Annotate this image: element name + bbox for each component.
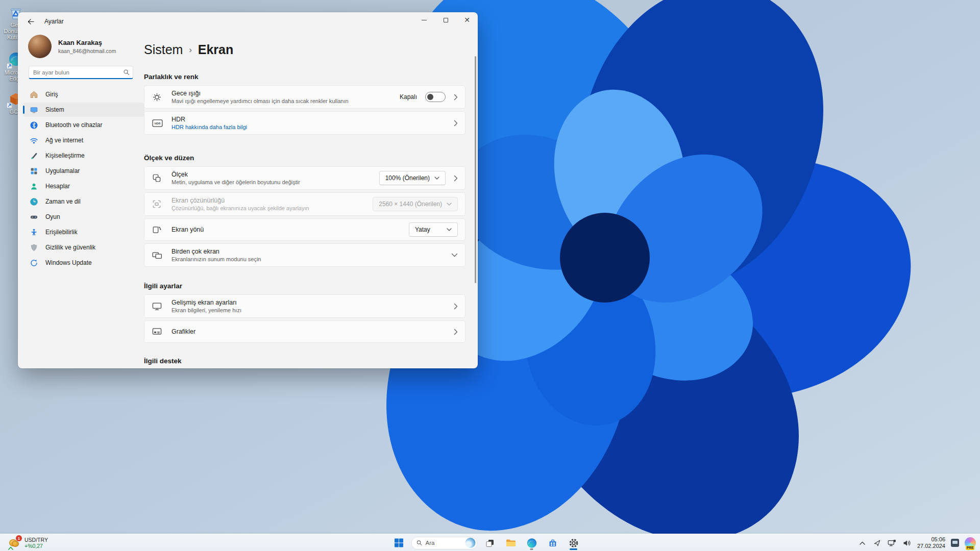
sidebar-item-privacy[interactable]: Gizlilik ve güvenlik	[23, 240, 144, 255]
widgets-pair-label: USD/TRY	[24, 537, 48, 543]
volume-tray-icon[interactable]	[902, 537, 912, 548]
sidebar-nav: Giriş Sistem Bluetooth ve cihazlar Ağ ve…	[23, 87, 144, 271]
section-heading-related-settings: İlgili ayarlar	[144, 282, 475, 291]
apps-icon	[30, 167, 38, 176]
sidebar-item-time-language[interactable]: Zaman ve dil	[23, 194, 144, 209]
row-title: Gelişmiş ekran ayarları	[172, 299, 241, 306]
settings-search[interactable]	[29, 66, 133, 79]
sidebar-item-personalization[interactable]: Kişiselleştirme	[23, 148, 144, 163]
row-subtitle: Ekranlarınızın sunum modunu seçin	[172, 256, 261, 262]
network-tray-icon[interactable]	[888, 537, 897, 548]
shortcut-arrow-icon	[7, 103, 12, 108]
task-view-icon	[485, 538, 495, 548]
night-light-icon	[152, 92, 164, 102]
row-multiple-displays[interactable]: Birden çok ekran Ekranlarınızın sunum mo…	[144, 243, 465, 267]
sidebar-item-accessibility[interactable]: Erişilebilirlik	[23, 225, 144, 239]
clock-icon	[30, 197, 38, 206]
orientation-value: Yatay	[415, 226, 430, 233]
hidden-icons-chevron[interactable]	[858, 537, 867, 548]
person-icon	[30, 182, 38, 191]
desktop: Geri Dönüşüm Kutusu Microsoft Edge	[0, 0, 980, 551]
minimize-button[interactable]	[413, 12, 435, 28]
row-night-light[interactable]: Gece ışığı Mavi ışığı engellemeye yardım…	[144, 85, 465, 109]
row-title: Gece ışığı	[172, 90, 349, 97]
search-icon	[123, 69, 130, 76]
windows-logo-icon	[394, 538, 403, 547]
copilot-button[interactable]: PRE	[965, 537, 976, 548]
maximize-button[interactable]	[435, 12, 456, 28]
sidebar-item-network[interactable]: Ağ ve internet	[23, 133, 144, 147]
tray-app-icon[interactable]	[951, 539, 959, 547]
scale-icon	[152, 173, 164, 183]
row-title: Ekran yönü	[172, 226, 204, 233]
location-arrow-icon	[873, 539, 881, 547]
account-card[interactable]: Kaan Karakaş kaan_846@hotmail.com	[28, 35, 116, 58]
row-title: Ekran çözünürlüğü	[172, 197, 309, 204]
close-button[interactable]: ✕	[456, 12, 478, 28]
section-heading-scale-layout: Ölçek ve düzen	[144, 154, 475, 163]
start-button[interactable]	[390, 535, 407, 550]
resolution-value: 2560 × 1440 (Önerilen)	[379, 201, 442, 208]
breadcrumb: Sistem › Ekran	[144, 41, 475, 58]
taskbar: 1 USD/TRY +%0,27 Ara	[0, 534, 980, 551]
paintbrush-icon	[30, 152, 38, 160]
shield-icon	[30, 243, 38, 252]
sidebar-item-gaming[interactable]: Oyun	[23, 210, 144, 224]
night-light-toggle[interactable]	[425, 92, 446, 102]
row-scale[interactable]: Ölçek Metin, uygulama ve diğer öğelerin …	[144, 166, 465, 190]
sidebar-item-system[interactable]: Sistem	[23, 103, 144, 117]
row-graphics[interactable]: Grafikler	[144, 320, 465, 343]
hdr-icon: HDR	[152, 118, 164, 128]
edge-button[interactable]	[523, 535, 540, 550]
trend-up-icon	[8, 546, 13, 550]
svg-text:HDR: HDR	[155, 122, 161, 125]
back-button[interactable]	[22, 15, 39, 28]
account-email: kaan_846@hotmail.com	[58, 48, 116, 54]
taskbar-search[interactable]: Ara	[411, 537, 477, 549]
widgets-button[interactable]: 1 USD/TRY +%0,27	[5, 536, 51, 550]
sidebar-item-windows-update[interactable]: Windows Update	[23, 256, 144, 270]
hdr-info-link[interactable]: HDR hakkında daha fazla bilgi	[172, 124, 247, 130]
chevron-down-icon	[434, 177, 439, 180]
orientation-dropdown[interactable]: Yatay	[409, 222, 458, 237]
search-label: Ara	[425, 540, 462, 546]
sidebar-item-apps[interactable]: Uygulamalar	[23, 164, 144, 178]
chevron-right-icon	[454, 329, 458, 335]
store-button[interactable]	[544, 535, 561, 550]
chevron-down-icon	[447, 203, 452, 206]
sidebar-item-accounts[interactable]: Hesaplar	[23, 179, 144, 193]
chevron-right-icon	[454, 120, 458, 127]
search-input[interactable]	[33, 69, 123, 76]
settings-taskbar-button[interactable]	[565, 535, 582, 550]
sidebar-item-home[interactable]: Giriş	[23, 87, 144, 102]
row-title: HDR	[172, 116, 247, 123]
toggle-state-label: Kapalı	[400, 93, 417, 101]
bluetooth-icon	[30, 121, 38, 130]
speaker-icon	[903, 539, 911, 547]
home-icon	[30, 90, 38, 99]
ethernet-monitor-icon	[888, 539, 896, 547]
tray-date: 27.02.2024	[917, 543, 945, 549]
location-tray-icon[interactable]	[873, 537, 882, 548]
breadcrumb-separator-icon: ›	[189, 45, 191, 55]
scrollbar[interactable]	[475, 56, 476, 283]
game-controller-icon	[30, 213, 38, 221]
row-orientation[interactable]: Ekran yönü Yatay	[144, 218, 465, 241]
row-advanced-display[interactable]: Gelişmiş ekran ayarları Ekran bilgileri,…	[144, 294, 465, 318]
multiple-displays-icon	[152, 250, 164, 260]
avatar	[28, 35, 52, 58]
scale-dropdown[interactable]: 100% (Önerilen)	[379, 171, 446, 185]
active-indicator	[570, 548, 577, 550]
resolution-dropdown: 2560 × 1440 (Önerilen)	[373, 197, 458, 211]
gear-icon	[568, 538, 579, 548]
window-title: Ayarlar	[44, 18, 64, 25]
row-title: Grafikler	[172, 328, 195, 335]
clock[interactable]: 05:06 27.02.2024	[917, 536, 945, 549]
chevron-down-icon	[447, 228, 452, 231]
sidebar-item-bluetooth[interactable]: Bluetooth ve cihazlar	[23, 118, 144, 132]
row-hdr[interactable]: HDR HDR HDR hakkında daha fazla bilgi	[144, 111, 465, 135]
breadcrumb-parent[interactable]: Sistem	[144, 42, 183, 57]
file-explorer-button[interactable]	[502, 535, 519, 550]
titlebar: Ayarlar ✕	[18, 12, 478, 31]
task-view-button[interactable]	[481, 535, 498, 550]
